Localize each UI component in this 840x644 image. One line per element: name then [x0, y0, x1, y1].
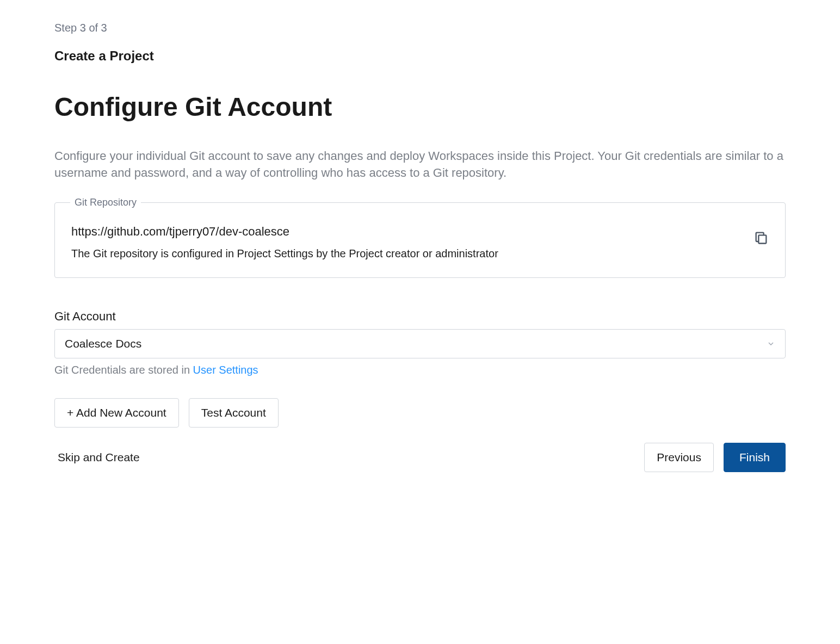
git-credentials-hint: Git Credentials are stored in User Setti… [54, 364, 786, 376]
finish-button[interactable]: Finish [724, 443, 786, 472]
git-account-label: Git Account [54, 309, 786, 324]
skip-and-create-link[interactable]: Skip and Create [54, 451, 140, 464]
svg-rect-0 [758, 235, 766, 243]
page-title: Configure Git Account [54, 92, 786, 122]
add-new-account-button[interactable]: + Add New Account [54, 398, 179, 428]
git-account-select[interactable]: Coalesce Docs [54, 329, 786, 358]
git-repository-legend: Git Repository [70, 197, 141, 208]
chevron-down-icon [767, 339, 775, 348]
step-indicator: Step 3 of 3 [54, 22, 786, 34]
previous-button[interactable]: Previous [644, 443, 714, 472]
git-account-selected-value: Coalesce Docs [65, 337, 141, 350]
git-repository-fieldset: Git Repository https://github.com/tjperr… [54, 202, 786, 278]
git-repository-note: The Git repository is configured in Proj… [71, 247, 743, 260]
copy-icon[interactable] [753, 230, 769, 245]
description-text: Configure your individual Git account to… [54, 148, 786, 182]
git-repository-url: https://github.com/tjperry07/dev-coalesc… [71, 225, 743, 239]
hint-prefix: Git Credentials are stored in [54, 364, 193, 376]
test-account-button[interactable]: Test Account [189, 398, 279, 428]
user-settings-link[interactable]: User Settings [193, 364, 258, 376]
page-subtitle: Create a Project [54, 48, 786, 64]
